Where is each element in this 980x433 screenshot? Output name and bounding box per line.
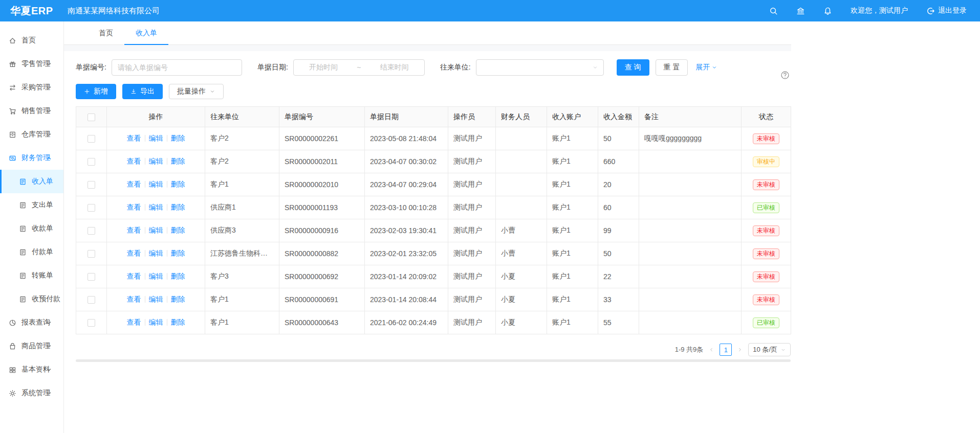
select-all-header <box>76 107 107 127</box>
header-actions: 欢迎您，测试用户 退出登录 <box>751 6 980 15</box>
sidebar-item-payment-bill[interactable]: 付款单 <box>0 240 63 264</box>
sidebar-item-advance-bill[interactable]: 收预付款 <box>0 287 63 311</box>
row-delete-link[interactable]: 删除 <box>171 272 185 280</box>
finance-icon <box>9 154 16 162</box>
ops-divider <box>145 135 145 142</box>
row-checkbox[interactable] <box>88 296 95 304</box>
row-edit-link[interactable]: 编辑 <box>149 249 163 257</box>
table-row: 查看编辑删除客户2SR000000020112023-04-07 00:30:0… <box>76 150 791 173</box>
row-edit-link[interactable]: 编辑 <box>149 295 163 303</box>
row-delete-link[interactable]: 删除 <box>171 157 185 165</box>
export-button[interactable]: 导出 <box>122 84 163 99</box>
chevdown-icon <box>45 84 53 92</box>
cell-amount: 33 <box>598 288 639 311</box>
row-delete-link[interactable]: 删除 <box>171 249 185 257</box>
logout-button[interactable]: 退出登录 <box>926 6 967 15</box>
row-edit-link[interactable]: 编辑 <box>149 180 163 188</box>
reset-button[interactable]: 重 置 <box>656 59 688 76</box>
horizontal-scrollbar-track[interactable] <box>76 359 791 362</box>
row-delete-link[interactable]: 删除 <box>171 318 185 326</box>
sidebar-item-sale[interactable]: 销售管理 <box>0 99 63 123</box>
row-checkbox[interactable] <box>88 319 95 327</box>
status-badge: 未审核 <box>753 133 779 144</box>
sidebar-item-purchase[interactable]: 采购管理 <box>0 76 63 99</box>
status-badge: 已审核 <box>753 202 779 213</box>
notifications-button[interactable] <box>823 7 832 15</box>
row-checkbox[interactable] <box>88 181 95 189</box>
row-view-link[interactable]: 查看 <box>127 203 141 211</box>
sidebar-item-receipt-bill[interactable]: 收款单 <box>0 217 63 240</box>
row-checkbox[interactable] <box>88 158 95 166</box>
row-edit-link[interactable]: 编辑 <box>149 318 163 326</box>
add-button[interactable]: 新增 <box>76 84 116 99</box>
date-range-picker[interactable]: 开始时间 ~ 结束时间 <box>293 59 425 76</box>
purchase-icon <box>9 84 16 92</box>
row-ops-cell: 查看编辑删除 <box>107 173 205 196</box>
row-delete-link[interactable]: 删除 <box>171 226 185 234</box>
welcome-text: 欢迎您，测试用户 <box>851 6 908 15</box>
cell-partner: 客户2 <box>205 127 279 150</box>
row-checkbox[interactable] <box>88 227 95 235</box>
logout-icon <box>926 7 935 15</box>
column-header-bill_no: 单据编号 <box>279 107 365 127</box>
row-edit-link[interactable]: 编辑 <box>149 134 163 142</box>
tenant-button[interactable] <box>796 7 805 15</box>
partner-select[interactable] <box>476 59 604 76</box>
sidebar-item-goods[interactable]: 商品管理 <box>0 334 63 358</box>
row-delete-link[interactable]: 删除 <box>171 203 185 211</box>
sidebar-item-income-bill[interactable]: 收入单 <box>0 170 63 193</box>
cell-amount: 660 <box>598 150 639 173</box>
row-view-link[interactable]: 查看 <box>127 226 141 234</box>
ops-divider <box>167 204 167 211</box>
cell-bill-no: SR00000000643 <box>279 311 365 334</box>
row-delete-link[interactable]: 删除 <box>171 295 185 303</box>
cell-finance <box>496 196 547 219</box>
row-view-link[interactable]: 查看 <box>127 157 141 165</box>
row-edit-link[interactable]: 编辑 <box>149 226 163 234</box>
sidebar-item-expense-bill[interactable]: 支出单 <box>0 193 63 217</box>
row-view-link[interactable]: 查看 <box>127 272 141 280</box>
sidebar-item-basic[interactable]: 基本资料 <box>0 358 63 381</box>
select-all-checkbox[interactable] <box>88 113 95 121</box>
search-query-button[interactable]: 查 询 <box>617 59 649 76</box>
warehouse-icon <box>9 131 16 139</box>
tab-income-bill[interactable]: 收入单 <box>124 21 168 44</box>
tab-home[interactable]: 首页 <box>88 21 124 44</box>
row-checkbox[interactable] <box>88 135 95 143</box>
doc-icon <box>19 178 27 186</box>
sidebar-item-finance[interactable]: 财务管理 <box>0 146 63 170</box>
sidebar-item-transfer-bill[interactable]: 转账单 <box>0 264 63 287</box>
company-name: 南通某某网络科技有限公司 <box>68 6 160 16</box>
prev-page-button[interactable] <box>707 347 715 353</box>
current-page-button[interactable]: 1 <box>720 344 732 356</box>
help-button[interactable] <box>780 71 790 80</box>
row-delete-link[interactable]: 删除 <box>171 180 185 188</box>
row-checkbox[interactable] <box>88 273 95 281</box>
row-view-link[interactable]: 查看 <box>127 318 141 326</box>
sidebar-item-system[interactable]: 系统管理 <box>0 381 63 405</box>
ops-divider <box>167 158 167 165</box>
row-view-link[interactable]: 查看 <box>127 249 141 257</box>
row-checkbox[interactable] <box>88 204 95 212</box>
search-button[interactable] <box>769 7 778 15</box>
row-view-link[interactable]: 查看 <box>127 180 141 188</box>
row-delete-link[interactable]: 删除 <box>171 134 185 142</box>
page-size-select[interactable]: 10 条/页 <box>748 343 791 356</box>
bill-no-input[interactable] <box>112 59 242 76</box>
sidebar-item-retail[interactable]: 零售管理 <box>0 52 63 76</box>
row-edit-link[interactable]: 编辑 <box>149 272 163 280</box>
row-checkbox[interactable] <box>88 250 95 258</box>
row-view-link[interactable]: 查看 <box>127 295 141 303</box>
row-edit-link[interactable]: 编辑 <box>149 157 163 165</box>
expand-link[interactable]: 展开 <box>695 63 717 72</box>
row-view-link[interactable]: 查看 <box>127 134 141 142</box>
sidebar-item-warehouse[interactable]: 仓库管理 <box>0 123 63 146</box>
plus-icon <box>84 88 90 95</box>
cell-partner: 客户3 <box>205 265 279 288</box>
next-page-button[interactable] <box>736 347 744 353</box>
row-edit-link[interactable]: 编辑 <box>149 203 163 211</box>
sidebar-item-home[interactable]: 首页 <box>0 29 63 52</box>
batch-actions-button[interactable]: 批量操作 <box>169 84 224 99</box>
sidebar-item-report[interactable]: 报表查询 <box>0 311 63 334</box>
date-start-placeholder: 开始时间 <box>294 63 354 72</box>
